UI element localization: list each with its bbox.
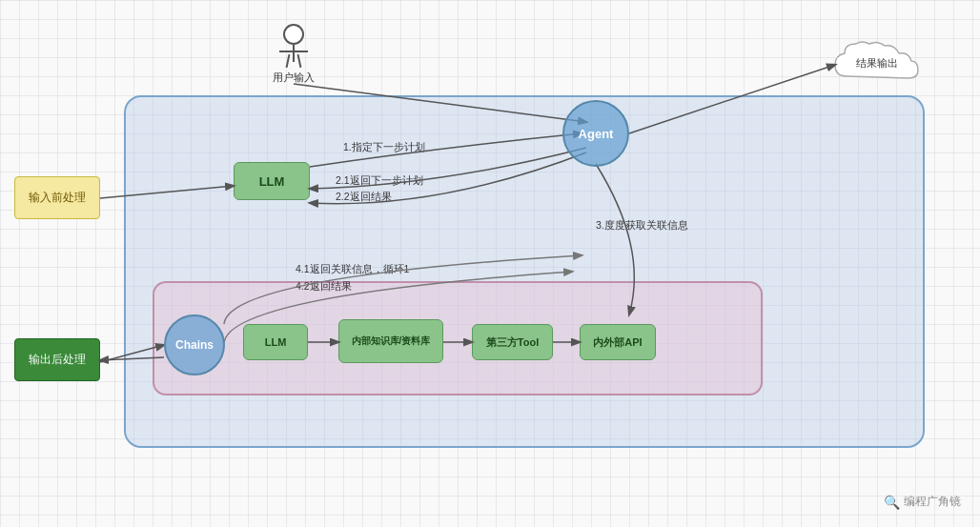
chain-tool-box: 第三方Tool [472, 324, 553, 360]
watermark-text: 编程广角镜 [904, 494, 961, 510]
watermark-icon: 🔍 [884, 495, 900, 510]
diagram-canvas: 用户输入 结果输出 Agent Chains LLM 输入前处理 输出后处理 L… [0, 0, 980, 527]
label-step3: 3.度度获取关联信息 [596, 219, 688, 233]
person-arms [279, 51, 308, 52]
label-step41: 4.1返回关联信息，循环1 [296, 263, 409, 276]
llm-top-box: LLM [234, 162, 310, 200]
label-step22: 2.2返回结果 [336, 191, 392, 204]
label-step21: 2.1返回下一步计划 [336, 174, 423, 188]
svg-text:结果输出: 结果输出 [856, 57, 898, 69]
person-left-leg [286, 54, 291, 68]
person-legs [265, 54, 322, 68]
input-pre-box: 输入前处理 [14, 176, 100, 219]
chain-llm-box: LLM [243, 324, 308, 360]
chains-circle: Chains [164, 314, 225, 375]
label-step42: 4.2返回结果 [296, 280, 352, 294]
cloud-svg: 结果输出 [827, 36, 932, 89]
person-head [283, 24, 304, 45]
cloud-output: 结果输出 [827, 36, 932, 89]
user-person: 用户输入 [265, 24, 322, 85]
person-right-leg [297, 54, 302, 68]
agent-circle: Agent [562, 100, 629, 167]
output-post-box: 输出后处理 [14, 338, 100, 381]
watermark: 🔍 编程广角镜 [884, 494, 961, 510]
label-step1: 1.指定下一步计划 [343, 141, 425, 154]
person-label: 用户输入 [265, 71, 322, 85]
chain-knowledge-box: 内部知识库/资料库 [338, 319, 443, 363]
chain-api-box: 内外部API [580, 324, 656, 360]
